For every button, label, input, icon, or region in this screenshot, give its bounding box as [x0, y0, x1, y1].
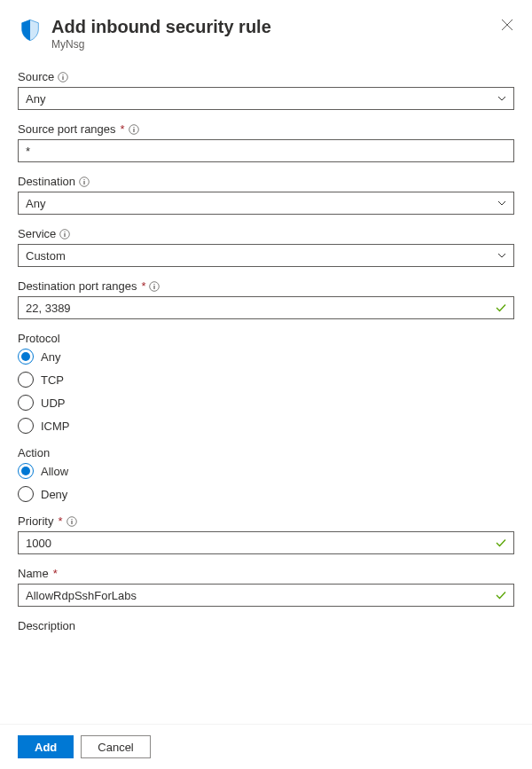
label-source-port-ranges: Source port ranges [18, 122, 116, 136]
protocol-radio-group: Any TCP UDP ICMP [18, 349, 514, 434]
label-dest-port-ranges: Destination port ranges [18, 279, 137, 293]
protocol-radio-tcp[interactable]: TCP [18, 372, 514, 388]
required-marker: * [121, 122, 125, 136]
destination-select[interactable]: Any [18, 192, 514, 215]
label-priority: Priority [18, 514, 53, 528]
label-action: Action [18, 446, 50, 459]
field-description: Description [18, 619, 514, 632]
info-icon[interactable] [129, 124, 139, 135]
name-input[interactable] [18, 584, 514, 607]
svg-rect-8 [83, 181, 84, 184]
protocol-radio-any[interactable]: Any [18, 349, 514, 365]
svg-point-16 [71, 518, 72, 519]
field-service: Service Custom [18, 227, 514, 267]
field-destination: Destination Any [18, 175, 514, 215]
label-service: Service [18, 227, 56, 240]
panel-title: Add inbound security rule [51, 16, 271, 37]
action-radio-deny[interactable]: Deny [18, 486, 514, 502]
action-radio-allow[interactable]: Allow [18, 463, 514, 479]
panel-header: Add inbound security rule MyNsg [0, 0, 532, 58]
radio-icon [18, 463, 34, 479]
svg-point-7 [83, 178, 84, 179]
service-select[interactable]: Custom [18, 244, 514, 267]
source-port-ranges-input[interactable] [18, 139, 514, 162]
info-icon[interactable] [66, 516, 77, 527]
protocol-radio-icmp[interactable]: ICMP [18, 418, 514, 434]
shield-icon [18, 18, 43, 43]
required-marker: * [53, 567, 58, 580]
field-priority: Priority * [18, 514, 514, 554]
dest-port-ranges-input[interactable] [18, 296, 514, 319]
required-marker: * [141, 279, 145, 293]
svg-point-13 [154, 283, 155, 284]
protocol-radio-udp[interactable]: UDP [18, 395, 514, 411]
radio-icon [18, 418, 34, 434]
info-icon[interactable] [59, 229, 70, 239]
source-select[interactable]: Any [18, 87, 514, 110]
svg-rect-17 [71, 521, 72, 524]
label-source: Source [18, 70, 54, 83]
radio-icon [18, 372, 34, 388]
radio-icon [18, 349, 34, 365]
field-destination-port-ranges: Destination port ranges * [18, 279, 514, 319]
field-action: Action Allow Deny [18, 446, 514, 502]
required-marker: * [58, 514, 62, 528]
cancel-button[interactable]: Cancel [81, 735, 150, 758]
label-name: Name [18, 567, 49, 580]
info-icon[interactable] [149, 281, 160, 292]
field-source-port-ranges: Source port ranges * [18, 122, 514, 162]
label-description: Description [18, 619, 75, 632]
svg-point-1 [63, 74, 64, 75]
label-destination: Destination [18, 175, 75, 188]
field-protocol: Protocol Any TCP UDP ICMP [18, 332, 514, 434]
info-icon[interactable] [79, 177, 90, 187]
radio-icon [18, 486, 34, 502]
svg-point-10 [65, 231, 66, 231]
close-icon[interactable] [500, 18, 514, 32]
panel-footer: Add Cancel [0, 724, 532, 769]
action-radio-group: Allow Deny [18, 463, 514, 502]
info-icon[interactable] [58, 72, 68, 82]
svg-point-4 [133, 126, 134, 127]
panel-subtitle: MyNsg [51, 38, 271, 51]
radio-icon [18, 395, 34, 411]
field-name: Name * [18, 567, 514, 607]
form-body: Source Any Source port ranges * Destinat… [0, 58, 532, 723]
svg-rect-5 [133, 129, 134, 132]
svg-rect-11 [65, 233, 66, 237]
svg-rect-14 [154, 286, 155, 289]
add-button[interactable]: Add [18, 735, 74, 758]
priority-input[interactable] [18, 531, 514, 554]
svg-rect-2 [63, 76, 64, 80]
field-source: Source Any [18, 70, 514, 110]
label-protocol: Protocol [18, 332, 60, 345]
